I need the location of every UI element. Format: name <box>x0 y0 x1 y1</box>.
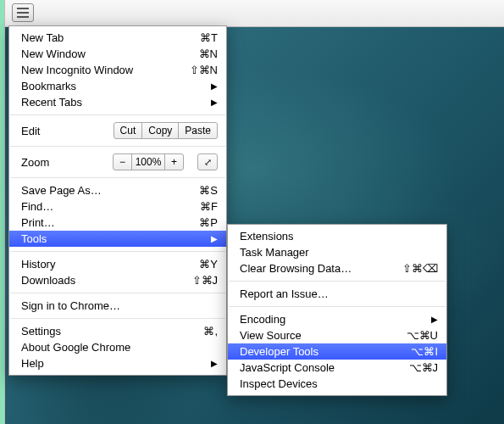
menu-downloads[interactable]: Downloads ⇧⌘J <box>9 272 226 288</box>
menu-separator <box>229 306 446 307</box>
menu-shortcut: ⌘F <box>200 200 218 213</box>
menu-label: Inspect Devices <box>240 377 438 390</box>
zoom-button-group: − 100% + <box>113 153 184 170</box>
menu-label: Task Manager <box>240 246 438 259</box>
menu-recent-tabs[interactable]: Recent Tabs ▶ <box>9 94 226 110</box>
menu-label: New Window <box>21 47 199 60</box>
menu-about[interactable]: About Google Chrome <box>9 339 226 355</box>
submenu-encoding[interactable]: Encoding ▶ <box>228 311 446 327</box>
menu-print[interactable]: Print… ⌘P <box>9 215 226 231</box>
menu-shortcut: ⇧⌘N <box>190 64 218 76</box>
menu-separator <box>10 177 225 178</box>
copy-button[interactable]: Copy <box>141 122 179 139</box>
menu-shortcut: ⇧⌘J <box>192 274 219 287</box>
menu-shortcut: ⌘N <box>199 47 218 60</box>
menu-label: Save Page As… <box>21 184 199 197</box>
paste-button[interactable]: Paste <box>178 122 218 139</box>
zoom-level: 100% <box>131 153 165 170</box>
submenu-arrow-icon: ▶ <box>211 359 218 368</box>
menu-signin[interactable]: Sign in to Chrome… <box>9 298 226 314</box>
menu-label: Developer Tools <box>240 345 411 358</box>
menu-label: Help <box>21 357 211 370</box>
menu-separator <box>10 114 225 115</box>
tools-submenu: Extensions Task Manager Clear Browsing D… <box>227 224 447 396</box>
menu-separator <box>10 293 225 293</box>
menu-shortcut: ⌘Y <box>199 258 218 271</box>
submenu-extensions[interactable]: Extensions <box>228 228 446 244</box>
window-left-edge <box>0 0 5 424</box>
menu-new-window[interactable]: New Window ⌘N <box>9 46 226 62</box>
menu-label: New Tab <box>21 31 200 44</box>
menu-shortcut: ⌥⌘U <box>407 329 438 342</box>
menu-label: Print… <box>21 216 199 229</box>
menu-shortcut: ⌘S <box>199 184 218 197</box>
cut-button[interactable]: Cut <box>114 122 143 139</box>
menu-label: Tools <box>21 232 211 245</box>
chrome-menu-button[interactable] <box>12 3 34 22</box>
menu-label: About Google Chrome <box>21 341 218 354</box>
submenu-developer-tools[interactable]: Developer Tools ⌥⌘I <box>228 343 446 360</box>
menu-bookmarks[interactable]: Bookmarks ▶ <box>9 78 226 94</box>
menu-tools[interactable]: Tools ▶ <box>9 231 226 247</box>
menu-separator <box>229 281 446 282</box>
submenu-report-issue[interactable]: Report an Issue… <box>228 286 446 302</box>
menu-label: Report an Issue… <box>240 287 438 300</box>
menu-label: History <box>21 258 199 271</box>
menu-find[interactable]: Find… ⌘F <box>9 198 226 215</box>
submenu-clear-browsing-data[interactable]: Clear Browsing Data… ⇧⌘⌫ <box>228 260 446 276</box>
menu-zoom-row: Zoom − 100% + ⤢ <box>9 151 226 173</box>
menu-help[interactable]: Help ▶ <box>9 355 226 371</box>
chrome-main-menu: New Tab ⌘T New Window ⌘N New Incognito W… <box>8 25 227 376</box>
submenu-arrow-icon: ▶ <box>431 315 438 324</box>
menu-separator <box>10 146 225 147</box>
menu-label: View Source <box>240 329 407 342</box>
menu-new-tab[interactable]: New Tab ⌘T <box>9 30 226 46</box>
fullscreen-icon: ⤢ <box>204 157 212 168</box>
menu-label: Sign in to Chrome… <box>21 299 218 312</box>
menu-label: Bookmarks <box>21 80 211 92</box>
menu-label: Find… <box>21 200 200 213</box>
menu-shortcut: ⇧⌘⌫ <box>402 262 438 275</box>
menu-save-page[interactable]: Save Page As… ⌘S <box>9 182 226 198</box>
zoom-out-button[interactable]: − <box>113 153 132 170</box>
menu-label: Downloads <box>21 274 192 287</box>
browser-toolbar <box>5 0 504 27</box>
menu-label: JavaScript Console <box>240 361 409 374</box>
menu-label: Recent Tabs <box>21 96 211 109</box>
menu-label: Encoding <box>240 313 431 326</box>
menu-zoom-label: Zoom <box>21 156 108 169</box>
submenu-inspect-devices[interactable]: Inspect Devices <box>228 376 446 392</box>
menu-label: Settings <box>21 325 203 338</box>
menu-shortcut: ⌘P <box>199 216 218 229</box>
menu-new-incognito[interactable]: New Incognito Window ⇧⌘N <box>9 62 226 78</box>
menu-settings[interactable]: Settings ⌘, <box>9 323 226 339</box>
submenu-arrow-icon: ▶ <box>211 234 218 243</box>
menu-history[interactable]: History ⌘Y <box>9 256 226 272</box>
menu-separator <box>10 251 225 252</box>
hamburger-icon <box>17 8 29 9</box>
menu-shortcut: ⌘T <box>200 31 218 44</box>
submenu-javascript-console[interactable]: JavaScript Console ⌥⌘J <box>228 360 446 376</box>
submenu-view-source[interactable]: View Source ⌥⌘U <box>228 327 446 343</box>
submenu-arrow-icon: ▶ <box>211 98 218 107</box>
submenu-task-manager[interactable]: Task Manager <box>228 244 446 260</box>
menu-label: New Incognito Window <box>21 64 190 76</box>
menu-separator <box>10 318 225 319</box>
submenu-arrow-icon: ▶ <box>211 81 218 91</box>
menu-edit-row: Edit Cut Copy Paste <box>9 120 226 142</box>
menu-shortcut: ⌘, <box>203 325 218 338</box>
menu-label: Extensions <box>240 230 438 243</box>
fullscreen-button[interactable]: ⤢ <box>197 153 218 170</box>
edit-button-group: Cut Copy Paste <box>114 122 218 139</box>
menu-edit-label: Edit <box>21 125 108 137</box>
menu-shortcut: ⌥⌘I <box>411 345 438 358</box>
zoom-in-button[interactable]: + <box>164 153 184 170</box>
menu-label: Clear Browsing Data… <box>240 262 402 275</box>
menu-shortcut: ⌥⌘J <box>409 361 439 374</box>
